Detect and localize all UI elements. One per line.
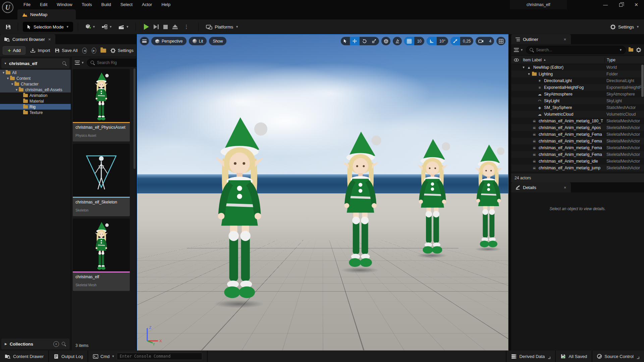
back-button[interactable]: ◀: [82, 48, 87, 54]
lit-dropdown[interactable]: Lit: [189, 37, 207, 45]
close-icon[interactable]: ×: [563, 185, 567, 190]
outliner-row-christmas_elf_Anim_metarig_Fema[interactable]: ☠christmas_elf_Anim_metarig_FemaSkeletal…: [511, 138, 644, 144]
minimize-button[interactable]: —: [598, 0, 613, 9]
source-control-button[interactable]: Source Control: [592, 351, 644, 362]
visibility-column-header[interactable]: [511, 58, 521, 62]
outliner-row-ExponentialHeightFog[interactable]: ≡ExponentialHeightFogExponentialHeightFo…: [511, 84, 644, 91]
blueprints-dropdown[interactable]: ▼: [99, 23, 114, 31]
search-icon[interactable]: [62, 61, 67, 66]
camera-speed-value[interactable]: 4: [486, 37, 494, 45]
output-log-button[interactable]: Output Log: [49, 351, 88, 362]
world-space-toggle[interactable]: [381, 37, 390, 45]
camera-speed-button[interactable]: [476, 37, 486, 45]
eject-button[interactable]: [172, 24, 178, 29]
platforms-dropdown[interactable]: Platforms ▼: [203, 23, 241, 31]
level-viewport[interactable]: Perspective Lit Show 10 10°: [137, 34, 508, 351]
import-button[interactable]: Import: [30, 48, 50, 53]
close-icon[interactable]: ×: [563, 37, 567, 42]
asset-card-christmas_elf_Skeleton[interactable]: christmas_elf_SkeletonSkeleton: [73, 144, 130, 216]
asset-card-christmas_elf[interactable]: christmas_elfSkeletal Mesh: [73, 219, 130, 291]
stop-button[interactable]: [163, 25, 168, 29]
details-tab[interactable]: Details ×: [511, 182, 571, 192]
add-actor-dropdown[interactable]: ▼: [83, 22, 98, 32]
selection-mode-dropdown[interactable]: Selection Mode ▼: [23, 22, 73, 32]
add-collection-icon[interactable]: +: [53, 341, 59, 347]
content-drawer-button[interactable]: Content Drawer: [0, 351, 48, 362]
outliner-row-christmas_elf_Anim_metarig_Apos[interactable]: ☠christmas_elf_Anim_metarig_AposSkeletal…: [511, 124, 644, 131]
cinematics-dropdown[interactable]: ▼: [116, 23, 131, 31]
outliner-filter-button[interactable]: ▼: [514, 48, 523, 52]
scale-tool-button[interactable]: [369, 37, 379, 45]
play-options-kebab[interactable]: ⋮: [182, 24, 190, 30]
tree-item-texture[interactable]: Texture: [0, 110, 71, 115]
folder-icon[interactable]: [101, 49, 106, 53]
outliner-search-box[interactable]: ▼: [526, 46, 626, 54]
close-icon[interactable]: ×: [48, 37, 52, 42]
outliner-row-SM_SkySphere[interactable]: ◈SM_SkySphereStaticMeshActor: [511, 104, 644, 111]
scrollbar-thumb[interactable]: [133, 68, 136, 169]
tree-item-all[interactable]: ▼All: [0, 70, 71, 75]
show-dropdown[interactable]: Show: [209, 37, 226, 45]
menu-item-tools[interactable]: Tools: [77, 0, 97, 9]
grid-snap-value[interactable]: 10: [414, 37, 424, 45]
item-label-column-header[interactable]: Item Label▲: [521, 58, 604, 62]
filter-button[interactable]: ▼: [75, 61, 84, 65]
scale-snap-value[interactable]: 0,25: [460, 37, 473, 45]
save-level-button[interactable]: [3, 23, 13, 31]
perspective-dropdown[interactable]: Perspective: [151, 37, 186, 45]
outliner-row-christmas_elf_Anim_metarig_idle[interactable]: ☠christmas_elf_Anim_metarig_idleSkeletal…: [511, 158, 644, 165]
content-browser-settings-button[interactable]: Settings: [110, 48, 133, 53]
menu-item-window[interactable]: Window: [52, 0, 77, 9]
tree-item-christmas_elf-assets[interactable]: ▼christmas_elf-Assets: [0, 87, 71, 93]
type-column-header[interactable]: Type: [604, 58, 644, 62]
outliner-row-NewMap (Editor)[interactable]: ▼▲NewMap (Editor)World: [511, 64, 644, 71]
collections-section[interactable]: ▶ Collections +: [1, 339, 69, 349]
outliner-search-input[interactable]: [536, 48, 617, 52]
tree-item-material[interactable]: Material: [0, 98, 71, 104]
console-command-input[interactable]: [117, 353, 202, 360]
asset-card-christmas_elf_PhysicsAsset[interactable]: christmas_elf_PhysicsAssetPhysics Asset: [73, 69, 130, 141]
outliner-tab[interactable]: Outliner ×: [511, 34, 571, 44]
viewport-options-button[interactable]: [140, 37, 149, 45]
tree-item-rig[interactable]: Rig: [0, 104, 71, 110]
select-tool-button[interactable]: [341, 37, 350, 45]
skip-button[interactable]: [154, 24, 159, 29]
cmd-dropdown[interactable]: Cmd ▼: [88, 351, 207, 362]
rotation-snap-toggle[interactable]: [427, 37, 437, 45]
outliner-row-christmas_elf_Anim_metarig_jump[interactable]: ☠christmas_elf_Anim_metarig_jumpSkeletal…: [511, 165, 644, 171]
menu-item-edit[interactable]: Edit: [35, 0, 52, 9]
search-icon[interactable]: [62, 342, 66, 346]
close-button[interactable]: ×: [629, 0, 644, 9]
tree-item-animation[interactable]: Animation: [0, 93, 71, 98]
outliner-row-VolumetricCloud[interactable]: ☁VolumetricCloudVolumetricCloud: [511, 111, 644, 118]
add-button[interactable]: + Add: [3, 46, 25, 55]
outliner-row-christmas_elf_Anim_metarig_Fema[interactable]: ☠christmas_elf_Anim_metarig_FemaSkeletal…: [511, 144, 644, 151]
elf-character-2[interactable]: [327, 127, 393, 272]
menu-item-build[interactable]: Build: [97, 0, 116, 9]
rotate-tool-button[interactable]: [360, 37, 369, 45]
play-button[interactable]: [144, 24, 149, 30]
scale-snap-toggle[interactable]: [450, 37, 460, 45]
outliner-settings-gear-icon[interactable]: [636, 47, 641, 53]
grid-snap-toggle[interactable]: [404, 37, 414, 45]
create-folder-icon[interactable]: [629, 48, 633, 52]
elf-character-4[interactable]: [463, 141, 508, 251]
move-tool-button[interactable]: [350, 37, 360, 45]
content-browser-tab[interactable]: Content Browser ×: [0, 34, 55, 44]
derived-data-button[interactable]: Derived Data: [506, 351, 555, 362]
path-header[interactable]: ▼ christmas_elf: [1, 58, 69, 68]
elf-character-3[interactable]: [404, 135, 460, 258]
outliner-row-christmas_elf_Anim_metarig_Fema[interactable]: ☠christmas_elf_Anim_metarig_FemaSkeletal…: [511, 131, 644, 138]
outliner-row-SkyAtmosphere[interactable]: ☁SkyAtmosphereSkyAtmosphere: [511, 91, 644, 98]
scrollbar-thumb[interactable]: [641, 65, 644, 97]
tree-item-character[interactable]: ▼Character: [0, 81, 71, 87]
outliner-row-SkyLight[interactable]: ◠SkyLightSkyLight: [511, 98, 644, 104]
menu-item-help[interactable]: Help: [157, 0, 175, 9]
outliner-row-Lighting[interactable]: ▼LightingFolder: [511, 71, 644, 77]
menu-item-select[interactable]: Select: [116, 0, 137, 9]
outliner-row-DirectionalLight[interactable]: ☀DirectionalLightDirectionalLight: [511, 77, 644, 84]
level-tab-newmap[interactable]: NewMap: [17, 9, 76, 19]
forward-button[interactable]: ▶: [92, 48, 96, 54]
save-all-button[interactable]: Save All: [55, 48, 77, 53]
outliner-row-christmas_elf_Anim_metarig_180_T[interactable]: ☠christmas_elf_Anim_metarig_180_TSkeleta…: [511, 118, 644, 124]
